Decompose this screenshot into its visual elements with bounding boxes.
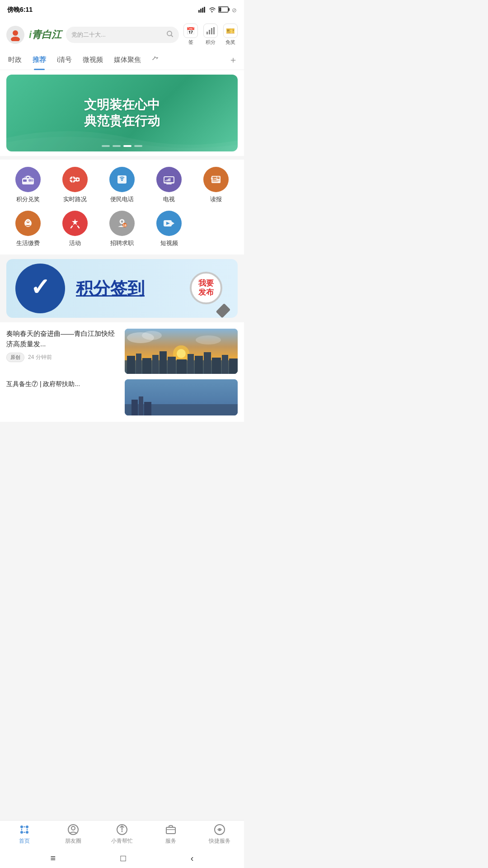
tab-helper-icon <box>116 824 128 835</box>
icon-traffic-circle <box>62 167 88 192</box>
icon-points-redeem-circle <box>15 167 41 192</box>
points-icon-box <box>203 24 218 38</box>
news-section: 奏响春天的奋进曲——青白江加快经济高质量发... 原创 24 分钟前 <box>0 322 244 422</box>
header-icon-points[interactable]: 积分 <box>203 24 218 46</box>
tab-home[interactable]: 首页 <box>0 821 49 848</box>
svg-point-88 <box>71 826 75 830</box>
news-item-2-img[interactable] <box>125 379 238 415</box>
tab-friends[interactable]: 朋友圈 <box>49 821 98 848</box>
svg-rect-64 <box>177 359 187 374</box>
svg-rect-68 <box>212 358 221 374</box>
signin-banner[interactable]: ✓ 积分签到 我要 发布 <box>6 259 238 318</box>
tab-recommend[interactable]: 推荐 <box>28 50 51 70</box>
svg-point-72 <box>142 331 162 340</box>
icon-activity[interactable]: 活动 <box>52 211 99 247</box>
banner-line1: 文明装在心中 <box>84 97 160 113</box>
header-icon-signin[interactable]: 📅 签 <box>183 24 198 46</box>
tab-friends-label: 朋友圈 <box>65 837 81 845</box>
icon-shortvideo[interactable]: 短视频 <box>145 211 192 247</box>
signin-check-icon: ✓ <box>30 275 50 299</box>
avatar[interactable] <box>6 26 24 44</box>
svg-rect-13 <box>211 28 212 34</box>
magnifier-circle: 我要 发布 <box>190 272 222 304</box>
tab-friends-icon <box>67 824 79 835</box>
icon-newspaper[interactable]: NEWS 读报 <box>192 167 239 203</box>
news-image-1 <box>125 329 238 374</box>
icon-grid-section: 积分兑奖 实时路况 <box>0 160 244 255</box>
svg-rect-59 <box>136 354 141 374</box>
icon-newspaper-circle: NEWS <box>203 167 229 192</box>
magnifier-handle <box>216 303 231 318</box>
points-label: 积分 <box>206 39 216 46</box>
svg-point-45 <box>27 221 29 222</box>
main-banner[interactable]: 文明装在心中 典范贵在行动 <box>6 75 238 151</box>
svg-rect-58 <box>127 356 135 374</box>
svg-rect-2 <box>202 8 203 13</box>
svg-marker-52 <box>172 222 174 225</box>
svg-point-48 <box>121 221 123 223</box>
svg-point-56 <box>177 349 186 358</box>
nav-add-button[interactable]: ＋ <box>226 54 240 66</box>
svg-rect-12 <box>209 30 210 34</box>
svg-rect-77 <box>139 396 143 415</box>
icon-points-redeem-label: 积分兑奖 <box>16 195 40 203</box>
icon-newspaper-label: 读报 <box>210 195 222 203</box>
svg-rect-83 <box>23 826 25 827</box>
news-partial-text[interactable]: 互具备生⑦ | 政府帮扶助... <box>6 379 119 415</box>
menu-button[interactable]: ≡ <box>51 853 56 863</box>
svg-rect-14 <box>213 27 215 34</box>
tab-iqing[interactable]: i清号 <box>52 50 76 70</box>
icon-phone[interactable]: 便民电话 <box>99 167 145 203</box>
back-button[interactable]: ‹ <box>191 853 194 863</box>
tab-services[interactable]: 服务 <box>146 821 195 848</box>
tab-quick[interactable]: 快捷服务 <box>195 821 244 848</box>
icon-payment[interactable]: 生活缴费 <box>5 211 52 247</box>
svg-rect-78 <box>144 402 151 415</box>
svg-rect-62 <box>160 351 167 374</box>
tab-quick-label: 快捷服务 <box>209 837 230 845</box>
icon-activity-label: 活动 <box>69 239 81 247</box>
news-time-1: 24 分钟前 <box>28 354 52 361</box>
search-icon <box>166 30 174 39</box>
icon-payment-label: 生活缴费 <box>16 239 40 247</box>
svg-rect-16 <box>23 179 27 182</box>
banner-dot-2 <box>113 145 121 147</box>
svg-rect-40 <box>212 181 218 182</box>
svg-point-25 <box>77 179 79 180</box>
tab-video[interactable]: 微视频 <box>78 50 108 70</box>
home-indicator: ≡ □ ‹ <box>0 848 244 868</box>
tab-media[interactable]: 媒体聚焦 <box>109 50 145 70</box>
tab-home-label: 首页 <box>19 837 30 845</box>
icon-phone-label: 便民电话 <box>110 195 134 203</box>
banner-text: 文明装在心中 典范贵在行动 <box>84 97 160 130</box>
tab-helper[interactable]: 小青帮忙 <box>98 821 146 848</box>
redeem-label: 免奖 <box>225 39 235 46</box>
banner-dot-4 <box>134 145 142 147</box>
home-button[interactable]: □ <box>120 853 126 863</box>
news-item-1-img[interactable] <box>125 329 238 374</box>
svg-point-8 <box>11 37 20 41</box>
svg-rect-86 <box>27 829 28 830</box>
signin-circle: ✓ <box>15 264 65 313</box>
svg-rect-65 <box>188 354 194 374</box>
signin-icon-box: 📅 <box>183 24 198 38</box>
icon-points-redeem[interactable]: 积分兑奖 <box>5 167 52 203</box>
magnifier-badge: 我要 发布 <box>190 272 230 312</box>
icon-tv[interactable]: 电视 <box>145 167 192 203</box>
svg-point-79 <box>20 826 23 828</box>
svg-rect-84 <box>23 832 25 833</box>
search-bar[interactable]: 党的二十大... <box>66 27 179 43</box>
tab-more-arrow[interactable]: ⺈ <box>147 50 164 70</box>
icon-placeholder <box>192 211 239 247</box>
bottom-tabs: 首页 朋友圈 小青帮忙 <box>0 820 244 848</box>
icon-traffic[interactable]: 实时路况 <box>52 167 99 203</box>
news-item-1[interactable]: 奏响春天的奋进曲——青白江加快经济高质量发... 原创 24 分钟前 <box>6 329 119 374</box>
magnifier-text: 我要 发布 <box>198 279 214 297</box>
icon-jobs[interactable]: 18 招聘求职 <box>99 211 145 247</box>
svg-rect-5 <box>228 8 230 11</box>
icon-jobs-circle: 18 <box>109 211 135 236</box>
header-icon-redeem[interactable]: 🎫 免奖 <box>223 24 238 46</box>
tab-politics[interactable]: 时政 <box>4 50 26 70</box>
svg-point-81 <box>20 831 23 834</box>
signin-label: 签 <box>188 39 193 46</box>
